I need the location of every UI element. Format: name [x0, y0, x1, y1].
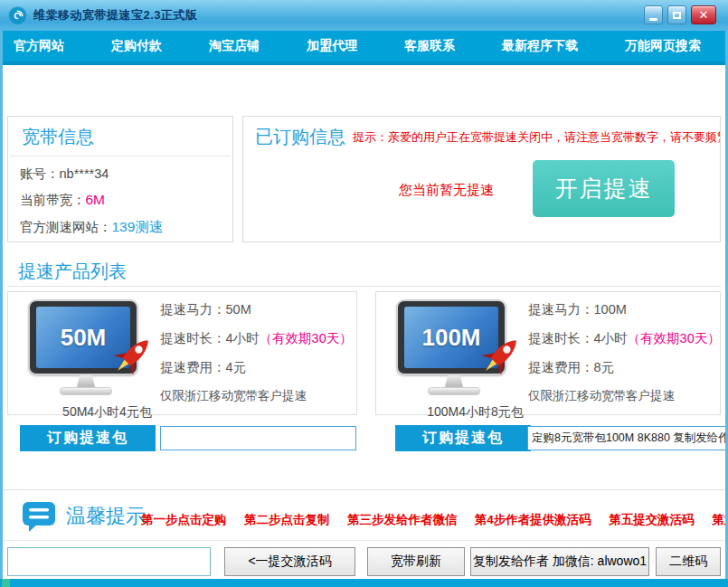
bandwidth-value: 6M [86, 192, 106, 207]
duration-value: 4小时 [594, 331, 628, 346]
product-50m-icon: 50M 50M4小时4元包 [28, 299, 144, 395]
tips-steps: 第一步点击定购 第二步点击复制 第三步发给作者微信 第4步作者提供激活码 第五提… [141, 511, 728, 528]
qr-code-button[interactable]: 二维码 [656, 547, 721, 576]
speedtest-row: 官方测速网站：139测速 [8, 209, 232, 237]
duration-label: 提速时长： [160, 331, 226, 346]
account-row: 账号：nb****34 [8, 156, 232, 183]
nav-item-taobao-shop[interactable]: 淘宝店铺 [209, 38, 260, 54]
rocket-icon [476, 330, 526, 381]
nav-bar: 官方网站 定购付款 淘宝店铺 加盟代理 客服联系 最新程序下载 万能网页搜索 [0, 31, 728, 65]
products-title: 提速产品列表 [18, 260, 127, 284]
broadband-info-title: 宽带信息 [22, 127, 94, 147]
tip-step-2: 第二步点击复制 [244, 513, 330, 526]
minimize-button[interactable] [644, 5, 663, 24]
app-window: 维棠移动宽带提速宝2.3正式版 ✕ 官方网站 定购付款 淘宝店铺 加盟代理 客服… [0, 0, 728, 587]
product-details: 提速马力：50M 提速时长：4小时（有效期30天） 提速费用：4元 仅限浙江移动… [160, 301, 353, 404]
power-label: 提速马力： [528, 302, 594, 317]
product-caption: 50M4小时4元包 [28, 404, 186, 421]
submit-activation-button[interactable]: <一提交激活码 [224, 547, 355, 576]
fee-label: 提速费用： [528, 360, 594, 374]
bandwidth-row: 当前带宽：6M [8, 183, 232, 209]
tips-title: 温馨提示 [66, 503, 146, 530]
tip-step-3: 第三步发给作者微信 [347, 513, 458, 526]
nav-item-official-site[interactable]: 官方网站 [14, 38, 64, 54]
chat-bubble-icon [22, 500, 56, 533]
app-logo-icon [8, 6, 27, 25]
power-label: 提速马力： [160, 302, 226, 317]
copy-to-author-button[interactable]: 复制发给作者 加微信: alwowo1 [470, 547, 649, 576]
window-border-bottom [0, 579, 728, 587]
title-bar: 维棠移动宽带提速宝2.3正式版 ✕ [0, 0, 728, 31]
fee-value: 4元 [226, 360, 247, 374]
bandwidth-label: 当前带宽： [20, 193, 86, 207]
product-card-50m: 50M 50M4小时4元包 提速马力：50M 提速时长：4小时（有效期30天） … [7, 291, 357, 415]
product-details: 提速马力：100M 提速时长：4小时（有效期30天） 提速费用：8元 仅限浙江移… [528, 301, 721, 404]
minimize-icon [649, 18, 657, 21]
ordered-info-panel: 已订购信息 提示：亲爱的用户正在宽带提速关闭中，请注意当宽带数字，请不要频繁 您… [242, 116, 721, 242]
tip-step-5: 第五提交激活码 [609, 513, 695, 526]
window-title: 维棠移动宽带提速宝2.3正式版 [33, 7, 198, 24]
account-value: nb****34 [60, 166, 109, 181]
product-caption: 100M4小时8元包 [396, 404, 554, 421]
fee-value: 8元 [594, 360, 615, 374]
product-card-100m: 100M 100M4小时8元包 提速马力：100M 提速时长：4小时（有效期30… [375, 291, 721, 415]
product-note: 仅限浙江移动宽带客户提速 [528, 388, 721, 404]
boost-status-text: 您当前暂无提速 [399, 182, 494, 199]
fee-label: 提速费用： [160, 360, 226, 374]
duration-label: 提速时长： [528, 331, 594, 346]
order-50m-code-input[interactable] [160, 426, 356, 450]
tip-step-1: 第一步点击定购 [141, 513, 227, 526]
order-50m-button[interactable]: 订购提速包 [20, 425, 156, 451]
activation-code-input[interactable] [7, 547, 211, 576]
bottom-divider [0, 540, 728, 541]
speedtest-link[interactable]: 139测速 [112, 219, 164, 234]
tip-step-4: 第4步作者提供激活码 [475, 513, 591, 526]
close-button[interactable]: ✕ [691, 5, 716, 24]
nav-item-join-agent[interactable]: 加盟代理 [307, 38, 357, 54]
speedtest-label: 官方测速网站： [20, 220, 112, 234]
power-value: 50M [226, 302, 251, 317]
maximize-icon [673, 12, 681, 19]
nav-item-customer-service[interactable]: 客服联系 [404, 38, 455, 54]
product-100m-icon: 100M 100M4小时8元包 [396, 299, 512, 395]
broadband-info-panel: 宽带信息 账号：nb****34 当前带宽：6M 官方测速网站：139测速 [7, 116, 233, 242]
broadband-refresh-button[interactable]: 宽带刷新 [367, 547, 465, 576]
tips-divider [0, 489, 728, 490]
duration-extra: （有效期30天） [260, 331, 353, 346]
ordered-info-notice: 提示：亲爱的用户正在宽带提速关闭中，请注意当宽带数字，请不要频繁 [353, 129, 720, 149]
window-controls: ✕ [644, 5, 716, 24]
nav-item-order-payment[interactable]: 定购付款 [111, 38, 162, 54]
window-border-left [0, 31, 3, 587]
bottom-accent [2, 579, 10, 587]
close-icon: ✕ [699, 8, 709, 22]
ordered-info-title: 已订购信息 [255, 125, 345, 149]
maximize-button[interactable] [667, 5, 686, 24]
nav-item-web-search[interactable]: 万能网页搜索 [625, 38, 701, 54]
products-divider [7, 286, 721, 287]
account-label: 账号： [20, 166, 60, 181]
duration-extra: （有效期30天） [628, 331, 721, 346]
product-note: 仅限浙江移动宽带客户提速 [160, 388, 353, 404]
order-100m-button[interactable]: 订购提速包 [395, 425, 531, 451]
duration-value: 4小时 [226, 331, 260, 346]
rocket-icon [108, 330, 158, 381]
start-boost-button[interactable]: 开启提速 [533, 160, 675, 217]
power-value: 100M [594, 302, 627, 317]
nav-item-latest-download[interactable]: 最新程序下载 [502, 38, 578, 54]
order-100m-code-input[interactable] [527, 426, 728, 450]
